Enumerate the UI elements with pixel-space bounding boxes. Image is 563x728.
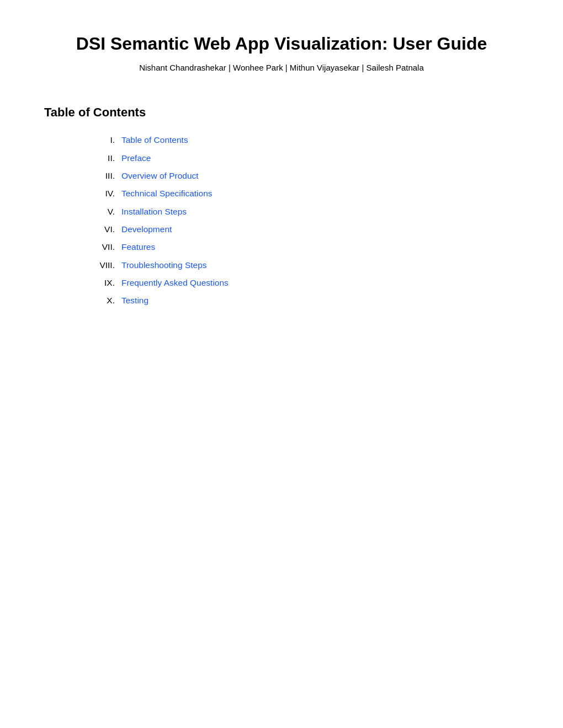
toc-numeral: VIII. (88, 258, 121, 272)
toc-numeral: X. (88, 293, 121, 308)
toc-heading: Table of Contents (44, 105, 519, 120)
toc-link[interactable]: Table of Contents (121, 133, 188, 147)
toc-numeral: I. (88, 133, 121, 147)
toc-numeral: IV. (88, 186, 121, 201)
toc-item: V.Installation Steps (88, 205, 519, 219)
toc-item: II.Preface (88, 151, 519, 165)
toc-link[interactable]: Installation Steps (121, 205, 187, 219)
toc-numeral: VI. (88, 222, 121, 237)
toc-numeral: II. (88, 151, 121, 165)
document-authors: Nishant Chandrashekar | Wonhee Park | Mi… (44, 63, 519, 72)
document-title: DSI Semantic Web App Visualization: User… (44, 33, 519, 54)
toc-numeral: IX. (88, 276, 121, 290)
toc-list: I.Table of ContentsII.PrefaceIII.Overvie… (88, 133, 519, 308)
toc-link[interactable]: Technical Specifications (121, 186, 213, 201)
toc-link[interactable]: Features (121, 240, 155, 254)
toc-item: III.Overview of Product (88, 169, 519, 183)
toc-item: IV.Technical Specifications (88, 186, 519, 201)
toc-numeral: III. (88, 169, 121, 183)
toc-item: VIII.Troubleshooting Steps (88, 258, 519, 272)
toc-item: VII.Features (88, 240, 519, 254)
toc-link[interactable]: Testing (121, 293, 148, 308)
toc-numeral: V. (88, 205, 121, 219)
toc-link[interactable]: Troubleshooting Steps (121, 258, 207, 272)
toc-link[interactable]: Preface (121, 151, 151, 165)
toc-item: IX.Frequently Asked Questions (88, 276, 519, 290)
toc-link[interactable]: Frequently Asked Questions (121, 276, 229, 290)
toc-item: VI.Development (88, 222, 519, 237)
toc-item: X.Testing (88, 293, 519, 308)
toc-link[interactable]: Overview of Product (121, 169, 199, 183)
toc-numeral: VII. (88, 240, 121, 254)
page: DSI Semantic Web App Visualization: User… (0, 0, 563, 728)
toc-item: I.Table of Contents (88, 133, 519, 147)
toc-link[interactable]: Development (121, 222, 172, 237)
